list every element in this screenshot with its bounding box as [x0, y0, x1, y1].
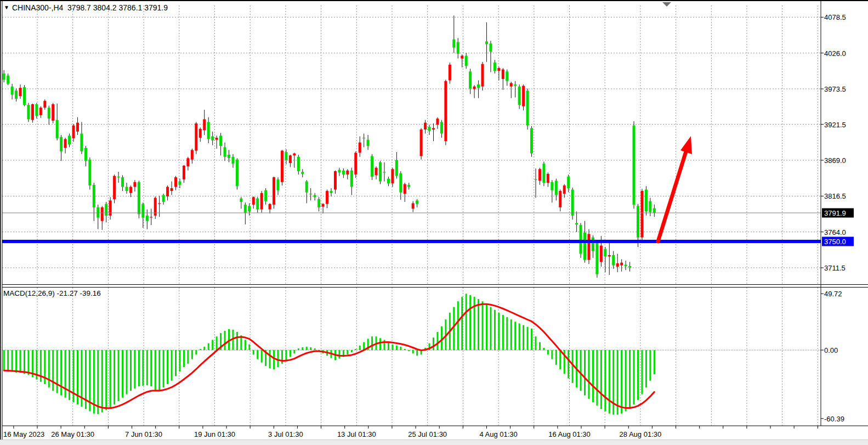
macd-histogram-bar	[478, 299, 479, 350]
price-axis-label: 3869.0	[824, 156, 846, 165]
candle-body	[76, 123, 79, 132]
candle-body	[68, 136, 71, 144]
candle-body	[595, 243, 598, 274]
candle-body	[273, 177, 275, 205]
macd-histogram-bar	[298, 348, 299, 350]
candle-body	[444, 81, 447, 141]
macd-histogram-bar	[273, 350, 275, 369]
macd-histogram-bar	[416, 350, 418, 356]
candle-body	[236, 160, 239, 187]
chart-shift-marker-icon	[662, 2, 671, 7]
candle-body	[64, 139, 67, 148]
macd-histogram-bar	[633, 350, 635, 404]
candle-body	[362, 138, 365, 138]
candle-body	[178, 182, 181, 185]
candle-body	[162, 195, 165, 201]
macd-histogram-bar	[208, 343, 209, 350]
macd-histogram-bar	[130, 350, 132, 391]
macd-histogram-bar	[469, 295, 471, 350]
window-top-border	[0, 0, 868, 1]
candle-body	[452, 40, 455, 48]
macd-histogram-bar	[114, 350, 115, 404]
candle-body	[391, 169, 394, 183]
candle-body	[547, 174, 549, 183]
candle-body	[481, 64, 484, 87]
macd-histogram-bar	[224, 331, 226, 350]
candle-body	[285, 152, 287, 160]
macd-histogram-bar	[572, 350, 574, 383]
macd-histogram-bar	[101, 350, 103, 413]
chart-title: ▼CHINA300-,H4 3798.7 3804.2 3786.1 3791.…	[4, 3, 168, 12]
candle-body	[461, 56, 463, 59]
macd-histogram-bar	[396, 346, 398, 350]
candle-body	[502, 70, 504, 79]
candle-body	[620, 263, 623, 266]
macd-histogram-bar	[179, 350, 180, 371]
candle-body	[248, 206, 251, 211]
candle-body	[133, 182, 136, 187]
chart-left-border	[2, 1, 3, 440]
macd-histogram-bar	[245, 340, 246, 350]
candle-body	[289, 155, 292, 163]
macd-histogram-bar	[142, 350, 144, 386]
candle-body	[580, 225, 582, 254]
macd-histogram-bar	[584, 350, 586, 396]
price-axis-label: 3764.0	[824, 228, 846, 236]
candle-body	[314, 195, 316, 197]
macd-histogram-bar	[547, 350, 549, 354]
macd-histogram-bar	[290, 350, 291, 357]
macd-histogram-bar	[261, 350, 263, 363]
chart-canvas[interactable]	[0, 0, 868, 445]
macd-histogram-bar	[228, 329, 230, 350]
candle-body	[465, 56, 468, 66]
candle-body	[72, 126, 75, 139]
macd-histogram-bar	[285, 350, 287, 360]
candle-body	[608, 255, 611, 256]
macd-histogram-bar	[510, 319, 512, 350]
macd-histogram-bar	[277, 350, 279, 367]
candle-body	[252, 197, 255, 205]
candle-body	[240, 199, 242, 202]
candle-body	[506, 71, 508, 81]
candle-body	[88, 160, 91, 185]
macd-histogram-bar	[269, 350, 271, 368]
candle-body	[612, 255, 615, 266]
candle-body	[109, 200, 112, 215]
candle-body	[231, 157, 234, 164]
candle-body	[367, 140, 370, 146]
candle-body	[387, 179, 390, 184]
candle-body	[326, 191, 328, 204]
candle-body	[150, 217, 152, 217]
candle-body	[510, 83, 513, 86]
candle-body	[346, 171, 349, 174]
candle-body	[195, 123, 197, 151]
candle-body	[592, 238, 594, 251]
candle-body	[174, 177, 177, 187]
candle-body	[309, 194, 312, 194]
macd-histogram-bar	[519, 323, 520, 350]
candle-body	[224, 147, 226, 156]
macd-histogram-bar	[629, 350, 631, 408]
macd-histogram-bar	[654, 350, 655, 374]
candle-body	[48, 108, 50, 119]
candle-body	[469, 71, 472, 88]
macd-histogram-bar	[392, 345, 393, 350]
candle-body	[379, 162, 382, 182]
candle-body	[31, 104, 34, 120]
candle-body	[489, 43, 492, 52]
macd-histogram-bar	[163, 350, 164, 387]
candle-body	[23, 87, 26, 105]
macd-histogram-bar	[281, 350, 283, 364]
candle-body	[477, 85, 480, 88]
candle-body	[497, 68, 500, 71]
candle-body	[97, 207, 99, 218]
candle-body	[616, 263, 619, 267]
macd-histogram-bar	[158, 350, 160, 391]
macd-histogram-bar	[338, 350, 340, 358]
candle-body	[203, 119, 206, 130]
macd-histogram-bar	[105, 350, 107, 410]
candle-body	[514, 85, 517, 86]
macd-histogram-bar	[195, 350, 197, 354]
candle-body	[183, 166, 185, 179]
macd-histogram-bar	[461, 297, 463, 350]
